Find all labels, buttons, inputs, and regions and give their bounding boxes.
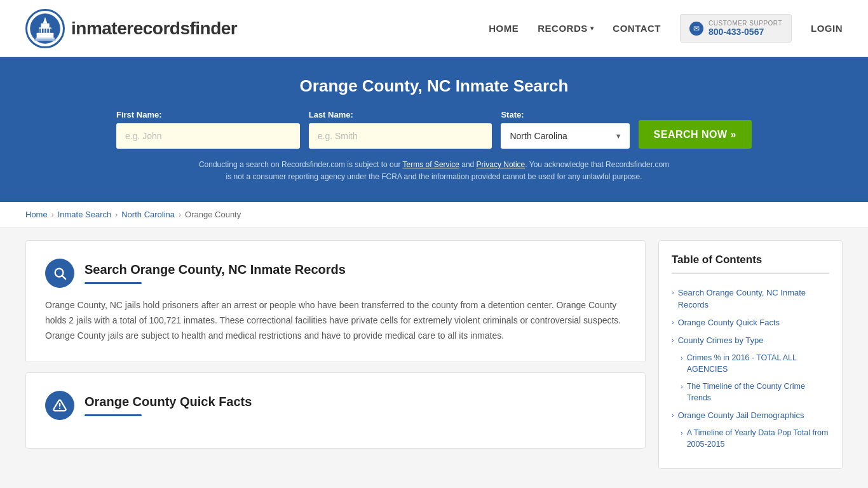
svg-rect-5 [39, 29, 41, 33]
search-section-icon [45, 259, 74, 288]
toc-item-2[interactable]: › Orange County Quick Facts [672, 314, 829, 332]
terms-link[interactable]: Terms of Service [403, 160, 459, 169]
section1-body: Orange County, NC jails hold prisoners a… [45, 298, 626, 343]
toc-card: Table of Contents › Search Orange County… [658, 240, 843, 469]
site-header: inmaterecordsfinder HOME RECORDS ▾ CONTA… [0, 0, 868, 57]
toc-title: Table of Contents [672, 254, 829, 266]
toc-link-5[interactable]: The Timeline of the County Crime Trends [687, 381, 829, 403]
main-nav: HOME RECORDS ▾ CONTACT ✉ CUSTOMER SUPPOR… [489, 14, 843, 43]
main-content: Search Orange County, NC Inmate Records … [0, 227, 868, 482]
breadcrumb: Home › Inmate Search › North Carolina › … [0, 202, 868, 227]
toc-divider [672, 273, 829, 274]
breadcrumb-sep-1: › [51, 210, 54, 219]
toc-item-5[interactable]: › The Timeline of the County Crime Trend… [672, 378, 829, 407]
svg-rect-8 [47, 29, 49, 33]
logo-area: inmaterecordsfinder [25, 9, 237, 48]
nav-home[interactable]: HOME [489, 23, 519, 34]
last-name-group: Last Name: [309, 110, 492, 149]
toc-chevron-2: › [672, 318, 674, 326]
logo-icon [25, 9, 65, 48]
svg-rect-9 [50, 29, 52, 33]
svg-rect-7 [44, 29, 46, 33]
sidebar-toc: Table of Contents › Search Orange County… [658, 240, 843, 469]
search-now-button[interactable]: SEARCH NOW » [639, 120, 752, 149]
toc-chevron-5: › [681, 383, 683, 390]
first-name-input[interactable] [116, 123, 300, 149]
support-label: CUSTOMER SUPPORT [709, 20, 782, 27]
toc-link-7[interactable]: A Timeline of Yearly Data Pop Total from… [687, 428, 829, 450]
section-quick-facts: Orange County Quick Facts [25, 372, 646, 449]
toc-item-3[interactable]: › County Crimes by Type [672, 332, 829, 349]
section1-title: Search Orange County, NC Inmate Records [85, 262, 346, 277]
content-left: Search Orange County, NC Inmate Records … [25, 240, 646, 469]
logo-text: inmaterecordsfinder [71, 18, 237, 39]
support-phone: 800-433-0567 [709, 27, 782, 37]
toc-item-1[interactable]: › Search Orange County, NC Inmate Record… [672, 284, 829, 313]
privacy-link[interactable]: Privacy Notice [477, 160, 526, 169]
svg-rect-3 [41, 23, 49, 28]
search-form: First Name: Last Name: State: North Caro… [116, 110, 752, 149]
nav-contact[interactable]: CONTACT [613, 23, 661, 34]
svg-rect-10 [36, 37, 55, 39]
section-search-records: Search Orange County, NC Inmate Records … [25, 240, 646, 362]
first-name-group: First Name: [116, 110, 300, 149]
svg-rect-1 [37, 32, 54, 37]
toc-item-7[interactable]: › A Timeline of Yearly Data Pop Total fr… [672, 424, 829, 453]
toc-chevron-1: › [672, 288, 674, 296]
hero-title: Orange County, NC Inmate Search [25, 76, 843, 96]
headset-icon: ✉ [689, 22, 703, 36]
breadcrumb-sep-2: › [115, 210, 118, 219]
svg-rect-11 [34, 39, 55, 41]
toc-list: › Search Orange County, NC Inmate Record… [672, 284, 829, 453]
state-select[interactable]: North Carolina Alabama Alaska Arizona Ca… [501, 123, 629, 149]
svg-line-13 [62, 276, 65, 280]
section2-title: Orange County Quick Facts [85, 395, 252, 409]
section1-underline [85, 282, 142, 284]
breadcrumb-sep-3: › [179, 210, 181, 219]
toc-link-4[interactable]: Crimes % in 2016 - TOTAL ALL AGENCIES [687, 353, 829, 375]
breadcrumb-current: Orange County [185, 210, 241, 219]
breadcrumb-home[interactable]: Home [25, 210, 48, 219]
first-name-label: First Name: [116, 110, 162, 119]
toc-link-6[interactable]: Orange County Jail Demographics [678, 410, 804, 421]
records-chevron-icon: ▾ [590, 25, 594, 32]
toc-link-1[interactable]: Search Orange County, NC Inmate Records [678, 287, 829, 310]
toc-chevron-3: › [672, 336, 674, 344]
toc-item-4[interactable]: › Crimes % in 2016 - TOTAL ALL AGENCIES [672, 349, 829, 378]
breadcrumb-inmate-search[interactable]: Inmate Search [58, 210, 112, 219]
facts-section-icon [45, 391, 74, 420]
state-group: State: North Carolina Alabama Alaska Ari… [501, 110, 629, 149]
state-label: State: [501, 110, 524, 119]
hero-section: Orange County, NC Inmate Search First Na… [0, 57, 868, 202]
toc-chevron-6: › [672, 411, 674, 419]
toc-chevron-7: › [681, 429, 683, 437]
toc-chevron-4: › [681, 354, 683, 362]
toc-item-6[interactable]: › Orange County Jail Demographics [672, 407, 829, 424]
last-name-input[interactable] [309, 123, 492, 149]
nav-records[interactable]: RECORDS ▾ [538, 23, 593, 34]
customer-support-btn[interactable]: ✉ CUSTOMER SUPPORT 800-433-0567 [680, 14, 792, 43]
breadcrumb-nc[interactable]: North Carolina [121, 210, 175, 219]
toc-link-2[interactable]: Orange County Quick Facts [678, 317, 780, 329]
nav-login[interactable]: LOGIN [811, 23, 843, 34]
toc-link-3[interactable]: County Crimes by Type [678, 335, 764, 346]
hero-disclaimer: Conducting a search on Recordsfinder.com… [196, 159, 672, 183]
svg-rect-6 [42, 29, 44, 33]
last-name-label: Last Name: [309, 110, 353, 119]
section2-underline [85, 414, 142, 416]
